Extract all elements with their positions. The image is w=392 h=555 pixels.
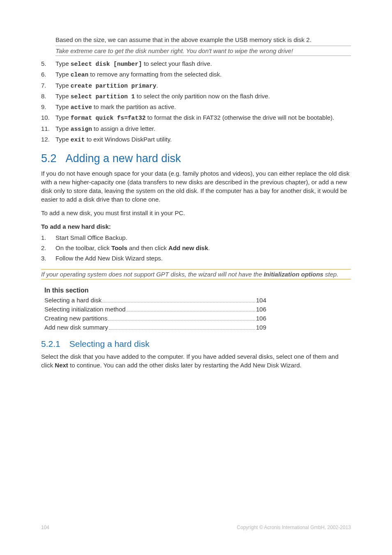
toc-row[interactable]: Selecting a hard disk 104 [44, 296, 266, 305]
wizard-note-post: step. [323, 271, 339, 278]
wizard-note: If your operating system does not suppor… [41, 269, 351, 279]
toc-leader-dots [127, 306, 255, 312]
step-number: 1. [41, 233, 55, 242]
wizard-note-strong: Initialization options [264, 271, 323, 278]
step-number: 11. [41, 124, 55, 133]
step-number: 6. [41, 70, 55, 79]
toc-row[interactable]: Selecting initialization method 106 [44, 305, 266, 314]
wizard-note-pre: If your operating system does not suppor… [41, 271, 264, 278]
toc-page-number: 104 [256, 296, 266, 305]
footer-copyright: Copyright © Acronis International GmbH, … [237, 525, 351, 530]
page-footer: 104 Copyright © Acronis International Gm… [41, 525, 351, 530]
numbered-steps-diskpart: 5.Type select disk [number] to select yo… [41, 58, 351, 145]
step-number: 3. [41, 254, 55, 262]
step-number: 12. [41, 135, 55, 144]
step-text: Type select partition 1 to select the on… [55, 92, 351, 101]
step-number: 2. [41, 244, 55, 252]
command-text: create partition primary [71, 83, 157, 89]
step-number: 8. [41, 92, 55, 101]
step-text: Type select disk [number] to select your… [55, 59, 351, 68]
toc-label: Add new disk summary [44, 323, 108, 332]
para3-bold: Next [55, 362, 68, 369]
numbered-steps-add-disk: 1.Start Small Office Backup.2.On the too… [41, 232, 351, 263]
heading-number: 5.2.1 [41, 339, 60, 348]
toc-page-number: 109 [256, 323, 266, 332]
paragraph-install: To add a new disk, you must first instal… [41, 209, 351, 217]
step-text: Type format quick fs=fat32 to format the… [55, 113, 351, 122]
step-item: 7.Type create partition primary. [41, 80, 351, 91]
toc-label: Selecting initialization method [44, 305, 126, 314]
step-item: 11.Type assign to assign a drive letter. [41, 123, 351, 134]
step-text: Follow the Add New Disk Wizard steps. [55, 254, 351, 262]
step-item: 10.Type format quick fs=fat32 to format … [41, 112, 351, 123]
intro-line: Based on the size, we can assume that in… [55, 36, 351, 43]
step-text: On the toolbar, click Tools and then cli… [55, 244, 351, 252]
heading-text: Selecting a hard disk [69, 339, 150, 348]
heading-5-2-1: 5.2.1Selecting a hard disk [41, 339, 351, 349]
command-text: active [71, 104, 92, 111]
toc-leader-dots [102, 297, 255, 303]
toc-leader-dots [108, 315, 255, 320]
step-number: 9. [41, 102, 55, 111]
step-item: 5.Type select disk [number] to select yo… [41, 58, 351, 69]
command-text: format quick fs=fat32 [71, 115, 146, 121]
step-text: Type exit to exit Windows DiskPart utili… [55, 135, 351, 144]
toc-leader-dots [109, 324, 255, 330]
command-text: select disk [number] [71, 61, 142, 67]
command-text: assign [71, 126, 92, 132]
command-text: select partition 1 [71, 93, 135, 100]
table-of-contents: Selecting a hard disk 104Selecting initi… [44, 296, 266, 332]
heading-text: Adding a new hard disk [66, 152, 181, 165]
toc-row[interactable]: Add new disk summary109 [44, 323, 266, 332]
toc-page-number: 106 [256, 314, 266, 323]
warning-note: Take extreme care to get the disk number… [55, 46, 351, 56]
command-text: exit [71, 137, 85, 143]
para3-post: to continue. You can add the other disks… [68, 362, 302, 369]
command-text: clean [71, 72, 89, 78]
toc-label: Selecting a hard disk [44, 296, 101, 305]
toc-page-number: 106 [256, 305, 266, 314]
step-item: 8.Type select partition 1 to select the … [41, 91, 351, 102]
paragraph-select-disk: Select the disk that you have added to t… [41, 352, 351, 369]
toc-row[interactable]: Creating new partitions106 [44, 314, 266, 323]
toc-label: Creating new partitions [44, 314, 107, 323]
in-this-section-title: In this section [44, 287, 351, 294]
paragraph-intro: If you do not have enough space for your… [41, 169, 351, 204]
heading-5-2: 5.2Adding a new hard disk [41, 152, 351, 165]
step-text: Type active to mark the partition as act… [55, 102, 351, 111]
step-item: 12.Type exit to exit Windows DiskPart ut… [41, 134, 351, 145]
page-content: Based on the size, we can assume that in… [0, 0, 392, 369]
step-number: 5. [41, 59, 55, 68]
heading-number: 5.2 [41, 152, 57, 165]
step-item: 2.On the toolbar, click Tools and then c… [41, 243, 351, 253]
footer-page-number: 104 [41, 525, 49, 530]
step-text: Type create partition primary. [55, 81, 351, 90]
step-item: 3.Follow the Add New Disk Wizard steps. [41, 253, 351, 263]
step-number: 10. [41, 113, 55, 122]
step-text: Type assign to assign a drive letter. [55, 124, 351, 133]
step-text: Start Small Office Backup. [55, 233, 351, 242]
step-number: 7. [41, 81, 55, 90]
step-text: Type clean to remove any formatting from… [55, 70, 351, 79]
step-item: 6.Type clean to remove any formatting fr… [41, 69, 351, 80]
subhead-add-disk: To add a new hard disk: [41, 222, 351, 231]
step-item: 1.Start Small Office Backup. [41, 232, 351, 243]
step-item: 9.Type active to mark the partition as a… [41, 102, 351, 112]
